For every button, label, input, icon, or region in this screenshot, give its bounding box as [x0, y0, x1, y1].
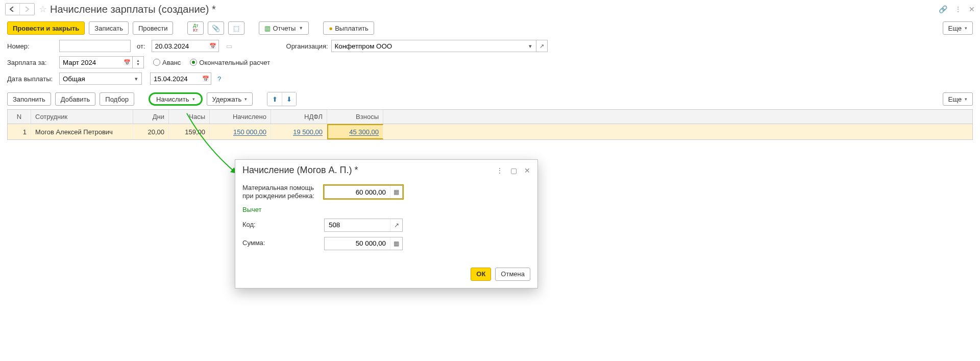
add-button[interactable]: Добавить	[55, 92, 95, 106]
arrow-down-icon: ⬇	[286, 95, 292, 103]
sum-calculator-button[interactable]: ▦	[390, 237, 402, 250]
dialog-ok-label: ОК	[476, 270, 485, 278]
dialog-cancel-label: Отмена	[501, 270, 525, 278]
employees-table: N Сотрудник Дни Часы Начислено НДФЛ Взно…	[7, 109, 973, 140]
post-label: Провести	[138, 25, 168, 32]
reports-button[interactable]: ▥Отчеты▼	[259, 21, 309, 35]
accrue-button[interactable]: Начислить▾	[149, 92, 202, 106]
table-row[interactable]: 1 Могов Алексей Петрович 20,00 159,00 15…	[8, 124, 972, 139]
close-icon[interactable]: ✕	[969, 5, 975, 13]
org-dropdown-button[interactable]: ▾	[525, 40, 536, 52]
nav-buttons	[5, 3, 35, 15]
save-label: Записать	[94, 25, 123, 32]
post-and-close-label: Провести и закрыть	[13, 25, 79, 32]
cell-fees-link: 45 300,00	[349, 128, 379, 136]
move-up-button[interactable]: ⬆	[267, 92, 282, 106]
link-icon[interactable]: 🔗	[939, 5, 947, 13]
sum-input[interactable]	[325, 237, 390, 250]
fill-button[interactable]: Заполнить	[7, 92, 51, 106]
cell-days: 20,00	[133, 124, 169, 139]
dt-kt-button[interactable]: ДтКт	[187, 21, 204, 35]
caret-down-icon: ▾	[192, 97, 195, 102]
material-help-group: ▦	[324, 185, 403, 199]
structure-button[interactable]: ⬚	[228, 21, 244, 35]
move-down-button[interactable]: ⬇	[282, 92, 296, 106]
dialog-close-icon[interactable]: ✕	[524, 166, 530, 175]
save-button[interactable]: Записать	[89, 21, 129, 35]
table-more-button[interactable]: Еще▾	[943, 92, 973, 106]
titlebar-actions: 🔗 ⋮ ✕	[939, 5, 975, 13]
titlebar: ☆ Начисление зарплаты (создание) * 🔗 ⋮ ✕	[0, 0, 980, 18]
post-and-close-button[interactable]: Провести и закрыть	[7, 21, 85, 35]
final-radio[interactable]: Окончательный расчет	[190, 59, 270, 66]
report-icon: ▥	[264, 25, 271, 32]
th-hours[interactable]: Часы	[169, 110, 210, 124]
cell-accrued[interactable]: 150 000,00	[210, 124, 271, 139]
cell-ndfl[interactable]: 19 500,00	[271, 124, 327, 139]
th-fees[interactable]: Взносы	[327, 110, 383, 124]
code-input[interactable]	[325, 219, 390, 231]
pay-date-calendar-button[interactable]: 📅	[200, 73, 211, 85]
favorite-star-icon[interactable]: ☆	[39, 4, 47, 15]
cell-hours: 159,00	[169, 124, 210, 139]
move-buttons: ⬆ ⬇	[267, 92, 297, 106]
salary-for-input[interactable]	[59, 56, 121, 68]
dialog-titlebar: Начисление (Могов А. П.) * ⋮ ▢ ✕	[235, 160, 537, 181]
structure-icon: ⬚	[233, 25, 239, 32]
pay-date-kind-dropdown[interactable]: ▾	[131, 73, 142, 85]
post-button[interactable]: Провести	[133, 21, 174, 35]
calendar-icon: 📅	[124, 59, 131, 66]
caret-down-icon: ▼	[299, 26, 303, 31]
th-employee[interactable]: Сотрудник	[31, 110, 133, 124]
cell-employee: Могов Алексей Петрович	[31, 124, 133, 139]
org-input[interactable]	[331, 40, 525, 52]
kebab-menu-icon[interactable]: ⋮	[954, 5, 962, 13]
period-picker-button[interactable]: 📅	[121, 56, 133, 68]
code-group: ↗	[324, 219, 403, 232]
more-button[interactable]: Еще▾	[943, 21, 973, 35]
calculator-icon: ▦	[394, 240, 399, 247]
coin-icon: ●	[329, 25, 333, 32]
pay-date-kind-group: ▾	[59, 73, 142, 85]
advance-radio[interactable]: Аванс	[153, 59, 181, 66]
caret-down-icon: ▾	[244, 97, 247, 102]
number-input[interactable]	[59, 40, 131, 52]
org-open-button[interactable]: ↗	[536, 40, 548, 52]
table-toolbar: Заполнить Добавить Подбор Начислить▾ Уде…	[0, 89, 980, 109]
from-label: от:	[137, 42, 145, 50]
th-days[interactable]: Дни	[133, 110, 169, 124]
help-icon[interactable]: ?	[217, 75, 221, 83]
form-area: Номер: от: 📅 ▭ Организация: ▾ ↗ Зарплата…	[0, 40, 980, 85]
dialog-kebab-icon[interactable]: ⋮	[496, 166, 503, 175]
nav-back-button[interactable]	[6, 4, 20, 15]
dialog-ok-button[interactable]: ОК	[471, 268, 491, 281]
date-from-input[interactable]	[152, 40, 208, 52]
th-ndfl[interactable]: НДФЛ	[271, 110, 327, 124]
advance-radio-label: Аванс	[162, 59, 181, 66]
period-stepper[interactable]: ▲▼	[133, 56, 144, 68]
salary-for-label: Зарплата за:	[7, 59, 56, 66]
th-accrued[interactable]: Начислено	[210, 110, 271, 124]
select-label: Подбор	[105, 95, 129, 103]
material-help-input[interactable]	[325, 186, 390, 198]
select-button[interactable]: Подбор	[100, 92, 134, 106]
withhold-button[interactable]: Удержать▾	[207, 92, 253, 106]
main-toolbar: Провести и закрыть Записать Провести ДтК…	[0, 18, 980, 40]
salary-for-group: 📅 ▲▼	[59, 56, 144, 68]
cell-n: 1	[8, 124, 31, 139]
calculator-button[interactable]: ▦	[390, 186, 402, 198]
calendar-button[interactable]: 📅	[208, 40, 219, 52]
code-open-button[interactable]: ↗	[390, 219, 402, 231]
calculator-icon: ▦	[394, 188, 399, 196]
caret-down-icon: ▾	[965, 26, 967, 31]
pay-date-kind-input[interactable]	[59, 73, 131, 85]
dialog-maximize-icon[interactable]: ▢	[510, 166, 517, 175]
th-n[interactable]: N	[8, 110, 31, 124]
nav-forward-button[interactable]	[20, 4, 34, 15]
cell-fees[interactable]: 45 300,00	[327, 124, 383, 139]
pay-button[interactable]: ●Выплатить	[323, 21, 374, 35]
pay-date-input[interactable]	[150, 73, 200, 85]
chevron-down-icon: ▼	[136, 62, 140, 66]
attach-button[interactable]: 📎	[208, 21, 224, 35]
dialog-cancel-button[interactable]: Отмена	[495, 268, 530, 281]
